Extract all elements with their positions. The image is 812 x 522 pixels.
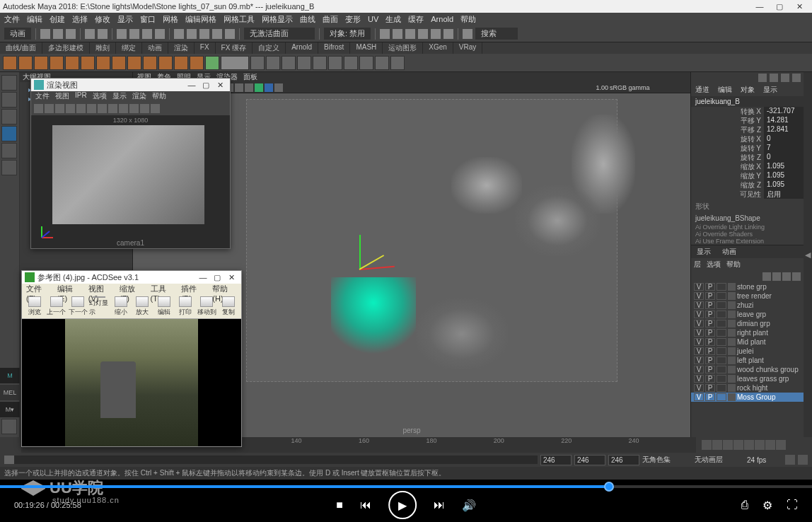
rv-menu-render[interactable]: 渲染	[132, 91, 146, 103]
ac-tool-button[interactable]: 上一个	[46, 296, 66, 317]
lasso-tool[interactable]	[1, 92, 17, 108]
step-fwd-key-icon[interactable]	[765, 440, 775, 450]
rv-keep-icon[interactable]	[98, 104, 107, 113]
minimize-button[interactable]: —	[750, 2, 770, 11]
layer-playback-toggle[interactable]: P	[705, 301, 715, 309]
menu-help[interactable]: 帮助	[460, 14, 476, 25]
range-end-field[interactable]	[574, 455, 605, 465]
mel-tab[interactable]: MEL	[0, 385, 20, 400]
shelf-separate-icon[interactable]	[313, 56, 327, 70]
menu-meshtools[interactable]: 网格工具	[224, 14, 255, 25]
layer-row[interactable]: VPzhuzi	[691, 301, 804, 310]
shelf-tab[interactable]: 自定义	[253, 42, 286, 54]
layer-row[interactable]: VPleave grp	[691, 310, 804, 319]
shelf-tab[interactable]: 曲线/曲面	[0, 42, 42, 54]
shelf-platonic-icon[interactable]	[112, 56, 126, 70]
menu-uv[interactable]: UV	[368, 15, 378, 23]
layer-type-toggle[interactable]	[717, 393, 726, 401]
layer-visibility-toggle[interactable]: V	[694, 366, 704, 373]
rv-image-area[interactable]: 1320 x 1080 camera1	[31, 115, 230, 248]
rv-redo-render-icon[interactable]	[34, 104, 43, 113]
rv-menu-display[interactable]: 显示	[112, 91, 127, 103]
layer-color-swatch[interactable]	[728, 347, 736, 355]
play-button[interactable]: ▶	[388, 491, 417, 519]
shelf-tab[interactable]: Arnold	[286, 42, 318, 54]
shelf-bool-icon[interactable]	[328, 56, 342, 70]
menu-display[interactable]: 显示	[117, 14, 133, 25]
prev-button[interactable]: ⏮	[360, 499, 371, 511]
rv-display-rgb-icon[interactable]	[140, 104, 149, 113]
ac-tool-button[interactable]: 编辑	[153, 296, 173, 317]
shelf-tab[interactable]: FX 缓存	[216, 42, 253, 54]
layer-color-swatch[interactable]	[728, 311, 736, 318]
gizmo-y-axis[interactable]	[359, 235, 361, 270]
layer-visibility-toggle[interactable]: V	[694, 393, 704, 401]
layer-playback-toggle[interactable]: P	[705, 384, 715, 392]
layer-type-toggle[interactable]	[717, 320, 726, 327]
shelf-tab[interactable]: Bifrost	[318, 42, 350, 54]
ac-tool-button[interactable]: 下一个	[68, 296, 88, 317]
new-icon[interactable]	[40, 29, 50, 39]
ac-tool-button[interactable]: 放大	[132, 296, 152, 317]
layer-up-icon[interactable]	[772, 272, 781, 281]
shelf-sphere-icon[interactable]	[3, 56, 17, 70]
sel-edge-icon[interactable]	[129, 29, 139, 39]
vp-ao-icon[interactable]	[265, 83, 273, 92]
vp-shadows-icon[interactable]	[235, 83, 243, 92]
layer-type-toggle[interactable]	[717, 311, 726, 318]
playblast-icon[interactable]	[443, 29, 453, 39]
layer-type-toggle[interactable]	[717, 338, 726, 346]
sym-dropdown[interactable]: 对象: 禁用	[324, 28, 371, 40]
menu-editmesh[interactable]: 编辑网格	[185, 14, 216, 25]
rv-menu-help[interactable]: 帮助	[152, 91, 166, 103]
maximize-button[interactable]: ▢	[770, 2, 789, 11]
shelf-helix-icon[interactable]	[158, 56, 173, 70]
step-fwd-icon[interactable]	[755, 440, 765, 450]
ac-menu-file[interactable]: 文件(F)	[26, 284, 50, 295]
rv-snapshot-icon[interactable]	[55, 104, 64, 113]
snap-plane-icon[interactable]	[212, 29, 222, 39]
go-end-icon[interactable]	[776, 440, 786, 450]
undo-icon[interactable]	[85, 29, 95, 39]
ac-max-button[interactable]: ▢	[210, 273, 224, 282]
selected-mesh[interactable]	[331, 277, 416, 362]
layer-color-swatch[interactable]	[728, 320, 736, 327]
shelf-tab[interactable]: VRay	[453, 42, 482, 54]
menu-select[interactable]: 选择	[72, 14, 88, 25]
layer-row[interactable]: VPMid plant	[691, 337, 804, 347]
live-surface-field[interactable]: 无激活曲面	[244, 28, 315, 40]
layer-color-swatch[interactable]	[728, 292, 736, 300]
ac-menu-zoom[interactable]: 缩放(Z)	[120, 284, 144, 295]
rv-display-alpha-icon[interactable]	[129, 104, 139, 113]
layer-add-icon[interactable]	[792, 272, 801, 281]
layer-playback-toggle[interactable]: P	[705, 393, 715, 401]
layer-row[interactable]: VPtree render	[691, 291, 804, 301]
layer-playback-toggle[interactable]: P	[705, 356, 715, 364]
cb-tab-object[interactable]: 对象	[736, 83, 759, 96]
cb-tab-channels[interactable]: 通道	[691, 83, 714, 96]
render-settings-icon[interactable]	[405, 29, 415, 39]
layer-down-icon[interactable]	[782, 272, 791, 281]
layer-row[interactable]: VPjuelei	[691, 347, 804, 356]
shelf-multicut-icon[interactable]	[390, 56, 405, 70]
shelf-tab[interactable]: 绑定	[116, 42, 142, 54]
paint-select-tool[interactable]	[1, 109, 17, 124]
layer-menu-layers[interactable]: 层	[694, 260, 701, 269]
ac-tool-button[interactable]: 打印	[175, 296, 195, 317]
shelf-tab[interactable]: XGen	[423, 42, 453, 54]
shelf-torus-icon[interactable]	[65, 56, 79, 70]
rv-max-button[interactable]: ▢	[199, 81, 213, 90]
hypershade-icon[interactable]	[418, 29, 428, 39]
menu-surfaces[interactable]: 曲面	[323, 14, 338, 25]
snap-live-icon[interactable]	[225, 29, 235, 39]
autokey-icon[interactable]	[785, 455, 795, 465]
cb-icon[interactable]	[792, 74, 801, 82]
layer-color-swatch[interactable]	[728, 283, 736, 291]
layer-type-toggle[interactable]	[717, 356, 726, 364]
menu-curves[interactable]: 曲线	[300, 14, 315, 25]
layer-visibility-toggle[interactable]: V	[694, 384, 704, 392]
layer-visibility-toggle[interactable]: V	[694, 329, 704, 337]
play-fwd-icon[interactable]	[744, 440, 754, 450]
attribute-editor-handle[interactable]: ◀	[804, 72, 812, 437]
menu-arnold[interactable]: Arnold	[431, 15, 453, 23]
